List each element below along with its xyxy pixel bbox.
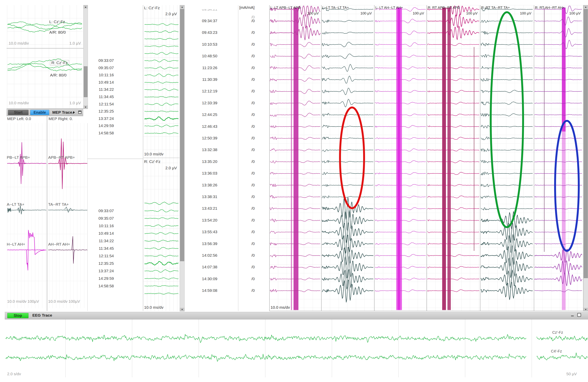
- channel-label-apb-right: APB--RT APB+: [48, 155, 75, 160]
- stim-current-item[interactable]: /0: [241, 183, 265, 187]
- stim-time-item[interactable]: 11:34:22: [99, 239, 114, 243]
- mep-window-title: MEP Trace: [52, 110, 72, 115]
- waveform-canvas: [0, 0, 588, 382]
- stim-current-item[interactable]: /0: [241, 194, 265, 199]
- preview-left-timebase: 10.0 ms/div: [9, 41, 29, 45]
- sweep-time-item[interactable]: 13:54:20: [202, 218, 217, 223]
- scroll-down-icon[interactable]: ▼: [584, 308, 588, 311]
- scrollbar-thumb[interactable]: [180, 9, 184, 261]
- app-root: L: Cz'-Fz A/R: 80/0 10.0 ms/div 1.0 µV R…: [0, 0, 588, 382]
- stim-current-item[interactable]: /0: [241, 159, 265, 164]
- stim-time-item[interactable]: 12:11:54: [99, 254, 114, 258]
- stim-time-item[interactable]: 10:11:16: [99, 224, 114, 228]
- sweep-time-item[interactable]: 13:32:38: [202, 148, 217, 152]
- stim-current-item[interactable]: /0: [241, 265, 265, 269]
- main-grid-scrollbar[interactable]: ▲ ▼: [583, 5, 588, 311]
- sweep-time-item[interactable]: 13:55:43: [202, 229, 217, 234]
- mep-bottom-timebase-right: 10.0 ms/dv: [48, 299, 67, 304]
- sweep-time-item[interactable]: 12:44:25: [202, 112, 217, 117]
- scroll-down-icon[interactable]: ▼: [180, 308, 184, 311]
- sweep-time-item[interactable]: 09:43:23: [202, 30, 217, 35]
- overlay-bottom-timebase: 10.0 ms/dv: [144, 305, 164, 310]
- sweep-time-item[interactable]: 14:02:56: [202, 253, 217, 258]
- eeg-channel-label-bottom: C4'-Fz: [551, 349, 562, 353]
- minimize-icon[interactable]: [571, 316, 574, 316]
- stim-current-item[interactable]: /0: [241, 66, 265, 70]
- overlay-scrollbar[interactable]: ▲ ▼: [180, 5, 185, 311]
- sweep-time-item[interactable]: 13:35:20: [202, 159, 217, 164]
- stim-time-item[interactable]: 14:58:58: [98, 284, 114, 288]
- sweep-time-item[interactable]: 13:36:03: [202, 171, 217, 175]
- stim-current-item[interactable]: /0: [241, 112, 265, 117]
- scroll-up-icon[interactable]: ▲: [180, 5, 184, 9]
- sweep-time-item[interactable]: 13:43:21: [202, 206, 217, 211]
- maximize-icon[interactable]: [577, 313, 581, 317]
- sweep-time-item[interactable]: 12:33:39: [202, 101, 217, 105]
- stim-current-item[interactable]: /0: [241, 229, 265, 234]
- sweep-time-item[interactable]: 11:30:39: [202, 77, 217, 82]
- scroll-up-icon[interactable]: ▲: [84, 5, 88, 9]
- sweep-time-item[interactable]: 14:30:09: [202, 277, 217, 281]
- start-button[interactable]: Start: [8, 110, 29, 115]
- sweep-time-item[interactable]: 09:34:37: [202, 19, 217, 23]
- stim-time-item[interactable]: 11:34:45: [99, 246, 114, 251]
- mep-window-restore-icon[interactable]: [78, 111, 82, 114]
- stop-button[interactable]: Stop: [7, 313, 29, 318]
- overlay-top-scale: 2.0 µV: [149, 12, 177, 16]
- sweep-time-item[interactable]: 13:38:26: [202, 183, 217, 187]
- main-grid-timebase: 10.0 ms/dv: [271, 305, 290, 310]
- stim-time-item[interactable]: 09:33:07: [98, 209, 114, 213]
- preview-scrollbar[interactable]: ▲ ▼: [83, 5, 88, 109]
- sweep-time-item[interactable]: 12:50:39: [202, 136, 217, 140]
- sweep-time-item[interactable]: 14:07:38: [202, 265, 217, 269]
- stim-current-item[interactable]: /0: [241, 124, 265, 129]
- grid-column-label: L: LT APB--LT APB-: [270, 6, 301, 10]
- preview-right-timebase: 10.0 ms/div: [9, 101, 29, 105]
- sweep-time-item[interactable]: 11:23:26: [202, 66, 217, 70]
- stim-current-item[interactable]: /0: [241, 101, 265, 105]
- stim-current-item[interactable]: /0: [241, 253, 265, 258]
- stim-time-list-bottom: 09:33:0709:35:0710:11:1610:49:1411:34:22…: [91, 0, 114, 319]
- stim-current-item[interactable]: /0: [241, 89, 265, 93]
- stim-current-item[interactable]: /0: [241, 148, 265, 152]
- sweep-time-item[interactable]: 13:56:39: [202, 241, 217, 246]
- stim-current-item[interactable]: /0: [241, 77, 265, 82]
- stim-time-item[interactable]: 14:29:59: [98, 276, 114, 281]
- enable-button[interactable]: Enable: [30, 110, 49, 115]
- stim-time-item[interactable]: 10:49:14: [98, 231, 114, 236]
- stim-current-item[interactable]: /0: [241, 54, 265, 58]
- scroll-up-icon[interactable]: ▲: [584, 5, 588, 9]
- sweep-time-item[interactable]: 14:59:08: [202, 288, 217, 293]
- stim-current-item[interactable]: /0: [241, 19, 265, 23]
- stim-time-item[interactable]: 13:37:24: [98, 269, 114, 273]
- stim-current-item[interactable]: /0: [241, 206, 265, 211]
- sweep-time-item[interactable]: 10:10:53: [202, 42, 217, 47]
- mep-bottom-scale-right: 100µV: [68, 299, 80, 304]
- stim-current-item[interactable]: /0: [241, 241, 265, 246]
- mep-bottom-timebase-left: 10.0 ms/dv: [7, 299, 26, 304]
- scrollbar-thumb[interactable]: [584, 9, 588, 278]
- sweep-time-item[interactable]: 12:12:19: [202, 89, 217, 93]
- scroll-down-icon[interactable]: ▼: [84, 105, 88, 109]
- grid-column-label: L: LT AH--LT AH+: [375, 6, 403, 10]
- stim-current-item[interactable]: /0: [241, 277, 265, 281]
- stim-time-item[interactable]: 12:35:25: [98, 261, 114, 266]
- sweep-time-item[interactable]: 12:46:43: [202, 124, 217, 129]
- preview-left-channel-label: L: Cz'-Fz: [49, 19, 65, 24]
- stim-current-item[interactable]: /0: [241, 171, 265, 175]
- overlay-top-channel: L: Cz'-Fz: [144, 6, 160, 10]
- grid-column-label: R: RT AH--RT AH+: [535, 6, 565, 10]
- stim-current-item[interactable]: /0: [241, 136, 265, 140]
- stim-current-item[interactable]: /0: [241, 288, 265, 293]
- scrollbar-thumb[interactable]: [84, 66, 87, 97]
- preview-right-ar-label: A/R: 80/0: [50, 73, 67, 77]
- stim-current-item[interactable]: /0: [241, 218, 265, 223]
- grid-column-scale: 100 µV: [321, 11, 372, 15]
- stim-time-item[interactable]: 09:35:07: [98, 216, 114, 221]
- sweep-time-item[interactable]: 13:38:31: [202, 194, 217, 199]
- preview-left-scale: 1.0 µV: [62, 41, 81, 45]
- stim-current-item[interactable]: /0: [241, 30, 265, 35]
- sweep-time-item[interactable]: 10:48:50: [202, 54, 217, 58]
- stim-current-item[interactable]: /0: [241, 42, 265, 47]
- sweep-time-item-clipped[interactable]: 09:34:21: [202, 7, 217, 11]
